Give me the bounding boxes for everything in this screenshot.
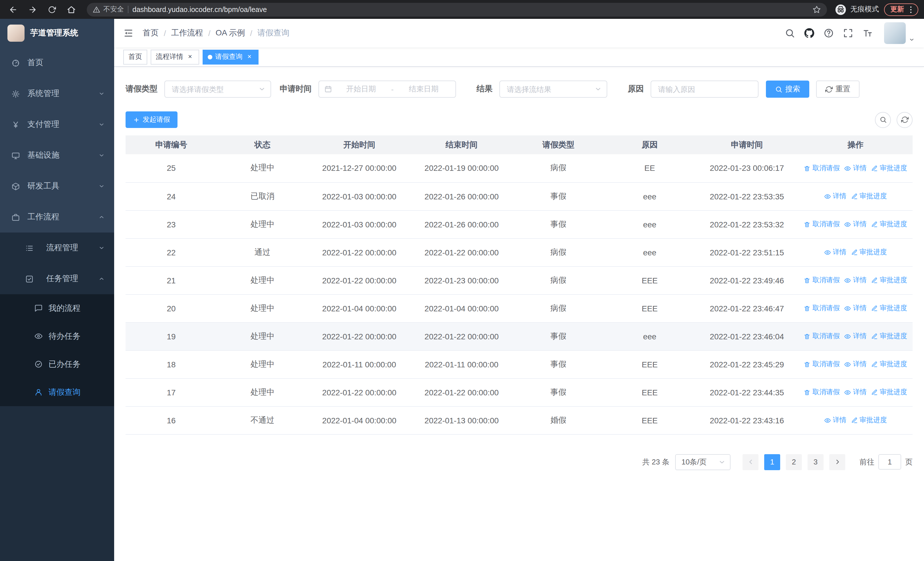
site-security-chip[interactable]: 不安全 [93, 5, 124, 14]
action-detail-link[interactable]: 详情 [824, 416, 846, 425]
action-cancel-link[interactable]: 取消请假 [804, 359, 840, 369]
prev-page-button[interactable] [742, 454, 759, 470]
action-progress-link[interactable]: 审批进度 [871, 304, 907, 313]
address-bar[interactable]: 不安全 dashboard.yudao.iocoder.cn/bpm/oa/le… [87, 3, 827, 16]
apply-time-range-picker[interactable]: 开始日期 - 结束日期 [318, 81, 456, 98]
action-progress-link[interactable]: 审批进度 [871, 388, 907, 397]
breadcrumb-oa-example[interactable]: OA 示例 [216, 28, 245, 38]
reason-input-wrap[interactable] [651, 81, 759, 98]
result-select[interactable] [500, 81, 607, 98]
cancel-icon [804, 389, 811, 396]
cell-reason: eee [604, 182, 695, 210]
sidebar-item-leave-query[interactable]: 请假查询 [0, 378, 114, 406]
action-cancel-link[interactable]: 取消请假 [804, 220, 840, 229]
action-detail-link[interactable]: 详情 [844, 304, 867, 313]
sidebar-item-workflow[interactable]: 工作流程 [0, 202, 114, 233]
breadcrumb-workflow[interactable]: 工作流程 [171, 28, 203, 38]
sidebar-item-process-management[interactable]: 流程管理 [0, 233, 114, 263]
action-detail-link[interactable]: 详情 [844, 359, 867, 369]
yen-icon [11, 120, 20, 129]
breadcrumb-separator: / [208, 29, 211, 38]
action-detail-link[interactable]: 详情 [844, 276, 867, 285]
sidebar-item-done-tasks[interactable]: 已办任务 [0, 350, 114, 378]
close-icon[interactable]: × [186, 53, 194, 61]
table-row: 20处理中2022-01-04 00:00:002022-01-04 00:00… [126, 294, 913, 322]
eye-icon [34, 332, 43, 340]
detail-icon [844, 389, 851, 396]
action-progress-link[interactable]: 审批进度 [871, 332, 907, 341]
sidebar-item-my-processes[interactable]: 我的流程 [0, 294, 114, 322]
action-cancel-link[interactable]: 取消请假 [804, 388, 840, 397]
cell-start: 2022-01-03 00:00:00 [308, 182, 411, 210]
browser-back-button[interactable] [6, 2, 21, 17]
action-progress-link[interactable]: 审批进度 [851, 416, 887, 425]
user-menu[interactable] [884, 22, 915, 44]
action-progress-link[interactable]: 审批进度 [851, 248, 887, 257]
sidebar-toggle-icon[interactable] [123, 28, 134, 38]
cell-end: 2022-01-13 00:00:00 [410, 406, 513, 434]
start-date-placeholder: 开始日期 [334, 84, 388, 94]
action-detail-link[interactable]: 详情 [844, 163, 867, 173]
reason-label: 原因 [628, 84, 644, 94]
tab-home[interactable]: 首页 [123, 50, 147, 64]
reason-input[interactable] [651, 81, 758, 97]
action-cancel-link[interactable]: 取消请假 [804, 163, 840, 173]
close-icon[interactable]: × [245, 53, 254, 61]
sidebar-item-system-management[interactable]: 系统管理 [0, 78, 114, 109]
sidebar-item-todo-tasks[interactable]: 待办任务 [0, 322, 114, 350]
action-cancel-link[interactable]: 取消请假 [804, 332, 840, 341]
sidebar-item-infrastructure[interactable]: 基础设施 [0, 140, 114, 171]
action-cancel-link[interactable]: 取消请假 [804, 304, 840, 313]
refresh-icon [825, 86, 832, 93]
browser-reload-button[interactable] [45, 2, 59, 17]
action-progress-link[interactable]: 审批进度 [871, 163, 907, 173]
action-detail-link[interactable]: 详情 [824, 192, 846, 202]
page-button-1[interactable]: 1 [764, 454, 780, 470]
leave-type-select[interactable] [164, 81, 271, 98]
cell-start: 2022-01-04 00:00:00 [308, 406, 411, 434]
action-progress-link[interactable]: 审批进度 [871, 220, 907, 229]
goto-page-input[interactable] [878, 454, 901, 469]
page-button-3[interactable]: 3 [808, 454, 824, 470]
refresh-table-button[interactable] [897, 112, 913, 128]
reset-button[interactable]: 重置 [816, 81, 860, 98]
app-title: 芋道管理系统 [30, 28, 78, 38]
search-button[interactable]: 搜索 [766, 81, 809, 98]
breadcrumb-home[interactable]: 首页 [142, 28, 159, 38]
tab-process-detail[interactable]: 流程详情 × [151, 50, 199, 64]
font-size-icon[interactable] [862, 28, 873, 38]
action-detail-link[interactable]: 详情 [824, 248, 846, 257]
sidebar-item-dev-tools[interactable]: 研发工具 [0, 171, 114, 202]
cell-actions: 取消请假详情审批进度 [798, 294, 913, 322]
sidebar-item-payment-management[interactable]: 支付管理 [0, 109, 114, 140]
cell-apply_time: 2022-01-22 23:53:35 [695, 182, 798, 210]
action-progress-link[interactable]: 审批进度 [851, 192, 887, 202]
browser-home-button[interactable] [64, 2, 79, 17]
bookmark-star-icon[interactable] [812, 5, 821, 14]
result-select-input[interactable] [500, 81, 607, 97]
action-detail-link[interactable]: 详情 [844, 220, 867, 229]
fullscreen-icon[interactable] [843, 28, 853, 38]
action-detail-link[interactable]: 详情 [844, 388, 867, 397]
page-size-select[interactable]: 10条/页 [675, 454, 730, 470]
action-progress-link[interactable]: 审批进度 [871, 276, 907, 285]
toggle-search-button[interactable] [875, 112, 891, 128]
help-icon[interactable] [824, 28, 834, 38]
sidebar-item-home[interactable]: 首页 [0, 47, 114, 78]
header-search-icon[interactable] [785, 28, 795, 38]
tab-leave-query[interactable]: 请假查询 × [202, 50, 258, 64]
action-detail-link[interactable]: 详情 [844, 332, 867, 341]
sidebar-item-task-management[interactable]: 任务管理 [0, 263, 114, 294]
action-cancel-link[interactable]: 取消请假 [804, 276, 840, 285]
page-button-2[interactable]: 2 [786, 454, 802, 470]
create-leave-button[interactable]: 发起请假 [126, 111, 177, 128]
browser-menu-icon[interactable] [906, 5, 915, 14]
github-icon[interactable] [804, 28, 814, 38]
leave-type-select-input[interactable] [165, 81, 270, 97]
action-progress-link[interactable]: 审批进度 [871, 359, 907, 369]
browser-forward-button[interactable] [25, 2, 40, 17]
next-page-button[interactable] [829, 454, 845, 470]
browser-menu-update-button[interactable]: 更新 [884, 3, 918, 16]
cell-id: 18 [126, 350, 217, 378]
user-avatar[interactable] [884, 22, 906, 44]
